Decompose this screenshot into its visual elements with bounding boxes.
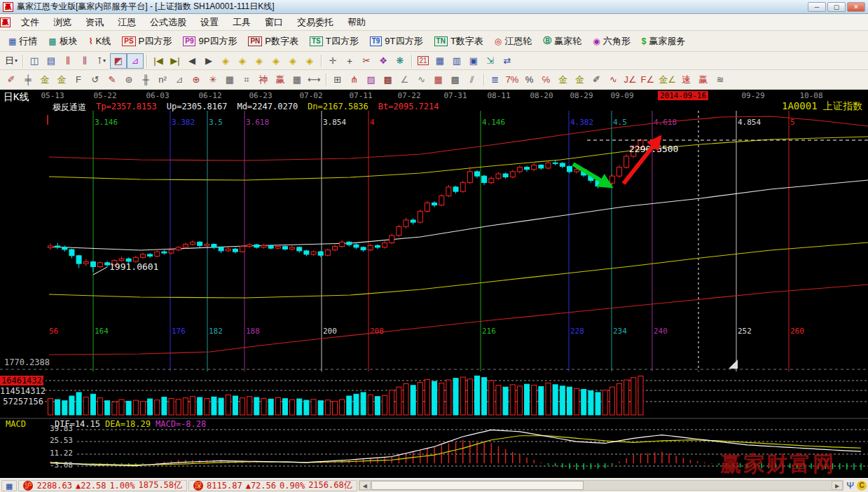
brush-tool[interactable]: ✐	[588, 72, 605, 88]
close-button[interactable]: ✕	[847, 2, 865, 12]
gold-grid-tool[interactable]: 金	[36, 72, 53, 88]
pane-resize-marker[interactable]	[729, 360, 738, 369]
gann-left-button[interactable]: ◈	[217, 53, 234, 69]
calculator-button[interactable]: ▦	[432, 53, 448, 69]
fibonacci-tool[interactable]: F	[70, 72, 87, 88]
menu-item[interactable]: 文件	[14, 14, 46, 31]
maximize-button[interactable]: ▢	[827, 2, 846, 12]
parallel-tool[interactable]: ⫽	[464, 72, 481, 88]
menu-item[interactable]: 交易委托	[290, 14, 340, 31]
gann-vexpand-button[interactable]: ◈	[284, 53, 301, 69]
menu-item[interactable]: 公式选股	[143, 14, 193, 31]
scrollbar-track[interactable]	[371, 481, 832, 490]
gold-box-tool[interactable]: 金	[53, 72, 70, 88]
menu-item[interactable]: 浏览	[46, 14, 78, 31]
fan-lines-tool[interactable]: ⋔	[346, 72, 363, 88]
gann-right-button[interactable]: ◈	[234, 53, 251, 69]
shen-tool[interactable]: 神	[255, 72, 272, 88]
notes-button[interactable]: ▥	[448, 53, 465, 69]
nine-t-square-button[interactable]: T99T四方形	[364, 32, 429, 50]
grid-b-tool[interactable]: ▩	[447, 72, 464, 88]
cut-button[interactable]: ✂	[358, 53, 375, 69]
winner-wheel-button[interactable]: Ⓑ赢家轮	[537, 32, 587, 50]
sector-button[interactable]: ▩板块	[43, 32, 83, 50]
gann-hexpand-button[interactable]: ◈	[251, 53, 268, 69]
span-arrow-tool[interactable]: ⟷	[305, 72, 323, 88]
square-grid-tool[interactable]: ▦	[221, 72, 238, 88]
gold-line-tool[interactable]: 金	[571, 72, 588, 88]
gann-hshrink-button[interactable]: ◈	[268, 53, 284, 69]
split-tool[interactable]: ⌗	[238, 72, 255, 88]
horizontal-scrollbar[interactable]: ◀ ▶	[359, 480, 843, 491]
scroll-left-button[interactable]: ◀	[359, 481, 371, 490]
hatch-box-tool[interactable]: ▨	[363, 72, 380, 88]
percent-line-tool[interactable]: ℅	[537, 72, 554, 88]
gann-web-button[interactable]: ❖	[375, 53, 392, 69]
menu-item[interactable]: 资讯	[78, 14, 111, 31]
trend-chart-button[interactable]: ◫	[26, 53, 43, 69]
kline-button[interactable]: ⌇K线	[83, 32, 117, 50]
gold-circle-tool[interactable]: 金	[554, 72, 571, 88]
scrollbar-thumb[interactable]	[371, 481, 584, 490]
shenzhen-quote[interactable]: 深 8115.87 ▲72.56 0.90% 2156.68亿	[188, 480, 357, 491]
last-page-button[interactable]: ▶|	[167, 53, 184, 69]
export-button[interactable]: ⇲	[482, 53, 499, 69]
wave-tool[interactable]: ∿	[605, 72, 621, 88]
curve-tool[interactable]: ≋	[712, 72, 729, 88]
percent-7-tool[interactable]: 7%	[504, 72, 521, 88]
j-angle-tool[interactable]: J∠	[621, 72, 638, 88]
draw-pen-tool[interactable]: ✐	[3, 72, 20, 88]
percent-tool[interactable]: %	[521, 72, 537, 88]
candle-style-dropdown[interactable]: ⊺▾	[93, 53, 110, 69]
kline-compress-button[interactable]: ◩	[110, 53, 127, 69]
menu-item[interactable]: 江恩	[111, 14, 143, 31]
shanghai-quote[interactable]: 沪 2288.63 ▲22.58 1.00% 1875.58亿	[18, 480, 187, 491]
prev-page-button[interactable]: ◀	[184, 53, 200, 69]
mark-pen-tool[interactable]: ✎	[104, 72, 120, 88]
color-sort-button[interactable]: ⊿	[127, 53, 144, 69]
target-tool[interactable]: ⊕	[188, 72, 205, 88]
time-grid-tool[interactable]: ╫	[137, 72, 154, 88]
gann-grid-tool[interactable]: ╪	[20, 72, 36, 88]
dark-box-tool[interactable]: ▩	[380, 72, 397, 88]
web-tool[interactable]: ✳	[205, 72, 221, 88]
zigzag-tool[interactable]: ∿	[413, 72, 430, 88]
cycle-analysis-button[interactable]: ❋	[392, 53, 408, 69]
ying-lines-tool[interactable]: 赢	[695, 72, 712, 88]
bars-9-button[interactable]: ⫼	[76, 53, 93, 69]
market-grid-cell[interactable]: ▦	[1, 480, 17, 491]
levels-tool[interactable]: ≣	[487, 72, 504, 88]
gold-angle-tool[interactable]: 金∠	[656, 72, 678, 88]
ying-tool[interactable]: 赢	[272, 72, 289, 88]
info-document-button[interactable]: ▤	[43, 53, 60, 69]
hexagon-button[interactable]: ◉六角形	[587, 32, 635, 50]
save-button[interactable]: ▣	[465, 53, 482, 69]
period-daily-dropdown[interactable]: 日▾	[3, 53, 20, 69]
grid-a-tool[interactable]: ▦	[430, 72, 447, 88]
next-page-button[interactable]: ▶	[200, 53, 217, 69]
transfer-button[interactable]: ⇄	[499, 53, 516, 69]
bars-3-button[interactable]: ⫼	[60, 53, 76, 69]
scroll-right-button[interactable]: ▶	[832, 481, 843, 490]
macd-name[interactable]: MACD	[6, 419, 26, 429]
box-frame-tool[interactable]: ⊞	[329, 72, 346, 88]
menu-item[interactable]: 窗口	[258, 14, 290, 31]
angle-tool[interactable]: ⊿	[171, 72, 188, 88]
trend-angle-tool[interactable]: ∠	[397, 72, 413, 88]
gann-fit-button[interactable]: ◈	[301, 53, 318, 69]
t-number-table-button[interactable]: TNT数字表	[429, 32, 489, 50]
winner-service-button[interactable]: $赢家服务	[636, 32, 691, 50]
gann-circle-tool[interactable]: ⊚	[120, 72, 137, 88]
first-page-button[interactable]: |◀	[150, 53, 167, 69]
t-square-button[interactable]: TST四方形	[304, 32, 364, 50]
nine-p-square-button[interactable]: P99P四方形	[177, 32, 242, 50]
spiral-tool[interactable]: ↺	[87, 72, 104, 88]
crosshair-button[interactable]: ＋	[341, 53, 358, 69]
quotes-button[interactable]: ▦行情	[3, 32, 43, 50]
p-number-table-button[interactable]: PNP数字表	[242, 32, 304, 50]
minimize-button[interactable]: ─	[808, 2, 826, 12]
calendar-button[interactable]: 21	[415, 53, 432, 69]
p-square-button[interactable]: PSP四方形	[116, 32, 177, 50]
ruler-123-tool[interactable]: ▦	[289, 72, 305, 88]
speed-lines-tool[interactable]: 速	[678, 72, 695, 88]
